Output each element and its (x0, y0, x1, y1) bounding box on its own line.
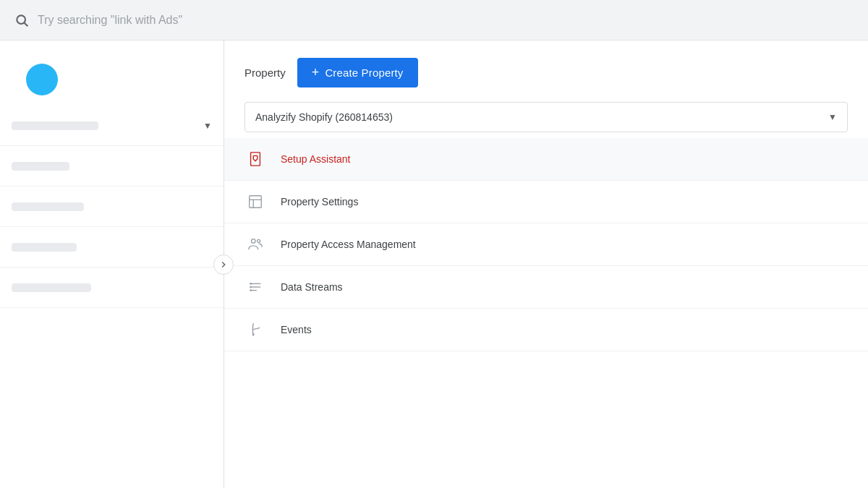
svg-point-0 (17, 15, 25, 24)
svg-point-12 (250, 283, 252, 285)
search-icon (14, 13, 29, 27)
property-dropdown-value: Analyzify Shopify (260814653) (255, 111, 393, 123)
sidebar-chevron-1: ▼ (203, 121, 212, 131)
main-layout: ▼ Property + (0, 40, 868, 488)
menu-item-setup-assistant[interactable]: Setup Assistant (224, 138, 868, 181)
svg-rect-2 (251, 153, 260, 166)
plus-icon: + (312, 65, 320, 80)
setup-assistant-label: Setup Assistant (281, 153, 351, 165)
search-bar[interactable]: Try searching "link with Ads" (0, 0, 868, 40)
sidebar-row-4[interactable] (0, 227, 224, 267)
data-streams-label: Data Streams (281, 281, 343, 293)
svg-point-13 (250, 286, 252, 288)
sidebar-row-2[interactable] (0, 146, 224, 187)
sidebar-row-1[interactable]: ▼ (0, 106, 224, 146)
property-settings-icon (244, 194, 266, 210)
menu-item-events[interactable]: Events (224, 309, 868, 351)
property-access-label: Property Access Management (281, 239, 416, 250)
sidebar-collapse-button[interactable] (213, 254, 234, 275)
svg-point-8 (258, 239, 260, 242)
data-streams-icon (244, 279, 266, 295)
menu-list: Setup Assistant Property Settings (224, 138, 868, 351)
svg-line-1 (25, 22, 28, 26)
property-dropdown-chevron-icon: ▼ (828, 112, 837, 122)
setup-assistant-icon (244, 151, 266, 167)
events-label: Events (281, 324, 312, 335)
events-icon (244, 322, 266, 338)
svg-point-7 (252, 239, 256, 244)
avatar (26, 64, 58, 95)
search-placeholder-text: Try searching "link with Ads" (38, 14, 182, 27)
content-panel: Property + Create Property Analyzify Sho… (224, 40, 868, 488)
svg-point-15 (252, 333, 255, 335)
create-property-button[interactable]: + Create Property (297, 58, 418, 87)
svg-point-14 (250, 289, 252, 291)
sidebar-row-5[interactable] (0, 267, 224, 308)
property-dropdown[interactable]: Analyzify Shopify (260814653) ▼ (244, 102, 848, 132)
sidebar: ▼ (0, 40, 224, 488)
property-access-icon (244, 236, 266, 252)
property-header: Property + Create Property (224, 40, 868, 102)
property-settings-label: Property Settings (281, 196, 358, 207)
property-section-label: Property (244, 67, 286, 79)
menu-item-property-access[interactable]: Property Access Management (224, 223, 868, 266)
sidebar-row-3[interactable] (0, 187, 224, 227)
svg-rect-4 (250, 196, 262, 208)
menu-item-data-streams[interactable]: Data Streams (224, 266, 868, 309)
menu-item-property-settings[interactable]: Property Settings (224, 181, 868, 223)
create-property-label: Create Property (325, 67, 403, 79)
